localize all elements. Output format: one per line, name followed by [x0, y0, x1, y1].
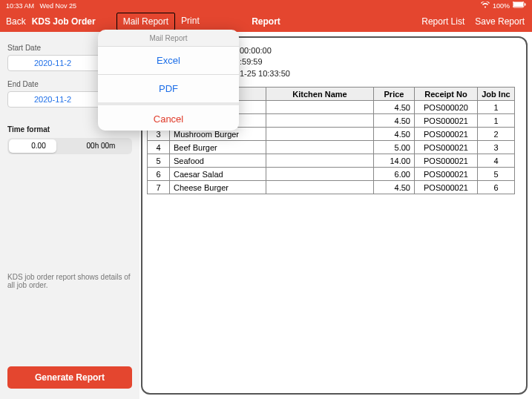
battery-pct: 100% [493, 2, 510, 10]
cell-price: 5.00 [374, 141, 415, 154]
battery-icon [513, 1, 526, 10]
cell-jobidx: 6 [478, 181, 515, 194]
cell-kitchen [266, 128, 374, 141]
back-button[interactable]: Back [0, 16, 32, 27]
cell-price: 4.50 [374, 114, 415, 128]
cell-name: Cheese Burger [170, 181, 266, 194]
cell-no: 4 [148, 141, 170, 154]
cell-jobidx: 3 [478, 141, 515, 154]
mail-report-popover: Mail Report Excel PDF Cancel [98, 30, 239, 131]
cell-kitchen [266, 141, 374, 154]
popover-excel[interactable]: Excel [98, 46, 239, 74]
table-row: 4Beef Burger5.00POS0000213 [148, 141, 515, 154]
cell-name: Beef Burger [170, 141, 266, 154]
cell-no: 7 [148, 181, 170, 194]
cell-jobidx: 5 [478, 168, 515, 181]
cell-price: 4.50 [374, 181, 415, 194]
col-jobidx: Job Inc [478, 88, 515, 101]
cell-kitchen [266, 181, 374, 194]
cell-name: Seafood [170, 154, 266, 168]
popover-title: Mail Report [98, 30, 239, 46]
tab-print[interactable]: Print [175, 13, 206, 30]
popover-pdf[interactable]: PDF [98, 74, 239, 102]
cell-price: 4.50 [374, 101, 415, 114]
cell-receipt: POS000021 [415, 128, 478, 141]
table-row: 5Seafood14.00POS0000214 [148, 154, 515, 168]
status-date: Wed Nov 25 [40, 2, 76, 10]
report-time-2: 1-25 10:33:50 [240, 68, 526, 79]
cell-jobidx: 1 [478, 114, 515, 128]
report-list-button[interactable]: Report List [421, 16, 464, 27]
cell-jobidx: 1 [478, 101, 515, 114]
report-time-0: 00:00:00 [240, 45, 526, 56]
top-bar: Back KDS Job Order Mail Report Print Rep… [0, 11, 532, 32]
cell-jobidx: 4 [478, 154, 515, 168]
cell-receipt: POS000021 [415, 181, 478, 194]
cell-price: 4.50 [374, 128, 415, 141]
popover-cancel[interactable]: Cancel [98, 102, 239, 131]
cell-receipt: POS000021 [415, 114, 478, 128]
generate-report-button[interactable]: Generate Report [7, 366, 132, 389]
save-report-button[interactable]: Save Report [475, 16, 525, 27]
cell-price: 6.00 [374, 168, 415, 181]
svg-rect-1 [513, 2, 523, 7]
cell-price: 14.00 [374, 154, 415, 168]
time-format-segment[interactable]: 0.00 00h 00m [7, 138, 132, 154]
report-times: 00:00:00 :59:59 1-25 10:33:50 [240, 45, 526, 79]
header-center: Report [252, 16, 280, 27]
cell-receipt: POS000020 [415, 101, 478, 114]
table-row: 6Caesar Salad6.00POS0000215 [148, 168, 515, 181]
cell-receipt: POS000021 [415, 168, 478, 181]
cell-kitchen [266, 154, 374, 168]
col-kitchen: Kitchen Name [266, 88, 374, 101]
table-row: 7Cheese Burger4.50POS0000216 [148, 181, 515, 194]
tab-mail-report[interactable]: Mail Report [116, 13, 175, 30]
wifi-icon [481, 1, 490, 10]
cell-kitchen [266, 168, 374, 181]
col-price: Price [374, 88, 415, 101]
cell-no: 6 [148, 168, 170, 181]
cell-no: 5 [148, 154, 170, 168]
time-format-hms[interactable]: 00h 00m [70, 138, 132, 154]
svg-rect-2 [525, 4, 526, 6]
cell-jobidx: 2 [478, 128, 515, 141]
page-title: KDS Job Order [32, 16, 96, 27]
sidebar-description: KDS job order report shows details of al… [7, 273, 132, 289]
cell-kitchen [266, 101, 374, 114]
time-format-decimal[interactable]: 0.00 [7, 138, 70, 154]
cell-receipt: POS000021 [415, 141, 478, 154]
cell-receipt: POS000021 [415, 154, 478, 168]
col-receipt: Receipt No [415, 88, 478, 101]
cell-kitchen [266, 114, 374, 128]
status-bar: 10:33 AM Wed Nov 25 100% [0, 0, 532, 11]
status-time: 10:33 AM [6, 2, 34, 10]
report-time-1: :59:59 [240, 56, 526, 67]
cell-name: Caesar Salad [170, 168, 266, 181]
